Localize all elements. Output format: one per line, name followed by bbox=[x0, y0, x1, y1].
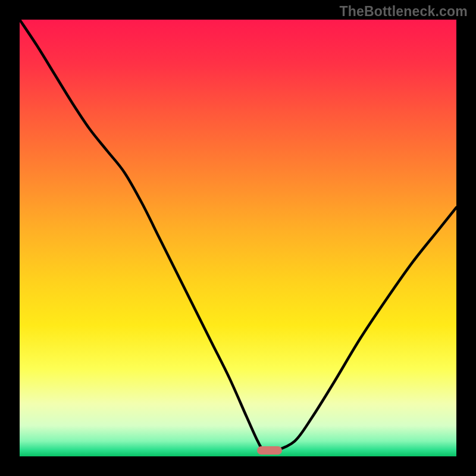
bottleneck-curve bbox=[20, 20, 456, 456]
optimum-marker bbox=[257, 446, 283, 455]
chart-frame: TheBottleneck.com bbox=[0, 0, 476, 476]
plot-area bbox=[20, 20, 456, 456]
watermark-text: TheBottleneck.com bbox=[339, 4, 468, 20]
